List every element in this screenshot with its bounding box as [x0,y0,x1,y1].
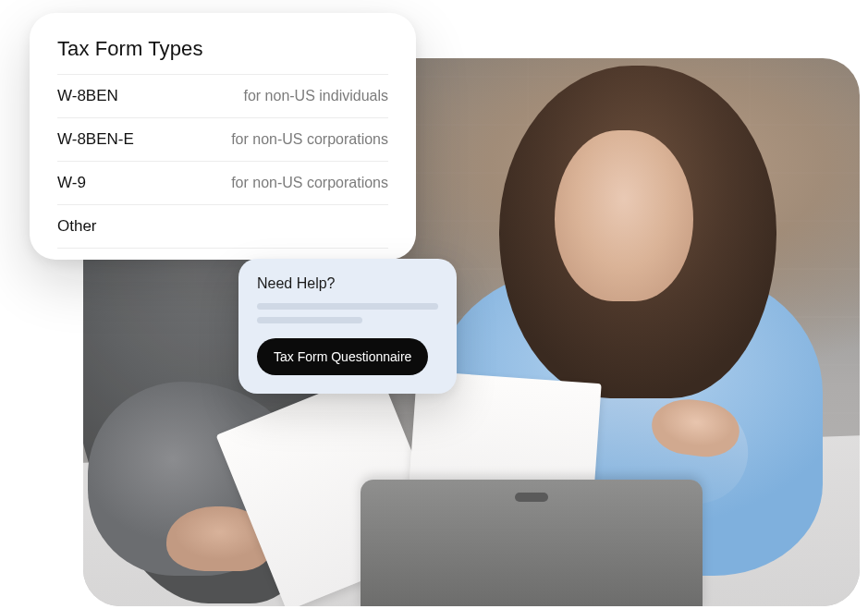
help-title: Need Help? [257,275,438,292]
tax-form-row[interactable]: W-8BEN for non-US individuals [57,74,388,117]
tax-form-row[interactable]: W-9 for non-US corporations [57,161,388,204]
card-title: Tax Form Types [57,37,388,74]
tax-form-types-card: Tax Form Types W-8BEN for non-US individ… [30,13,416,260]
tax-form-name: W-8BEN-E [57,130,134,149]
tax-form-row[interactable]: W-8BEN-E for non-US corporations [57,117,388,161]
tax-form-desc: for non-US corporations [231,175,388,191]
tax-form-name: Other [57,217,97,236]
tax-form-name: W-9 [57,174,86,192]
tax-form-name: W-8BEN [57,87,118,105]
tax-form-questionnaire-button[interactable]: Tax Form Questionnaire [257,338,428,375]
tax-form-row[interactable]: Other [57,204,388,249]
help-text-placeholder-line [257,303,438,310]
tax-form-desc: for non-US corporations [231,131,388,148]
help-panel: Need Help? Tax Form Questionnaire [238,259,457,394]
laptop [361,480,703,606]
tax-form-desc: for non-US individuals [243,88,388,104]
help-text-placeholder-line [257,317,362,323]
person-right-face [555,130,693,301]
stage: Tax Form Types W-8BEN for non-US individ… [0,0,868,609]
